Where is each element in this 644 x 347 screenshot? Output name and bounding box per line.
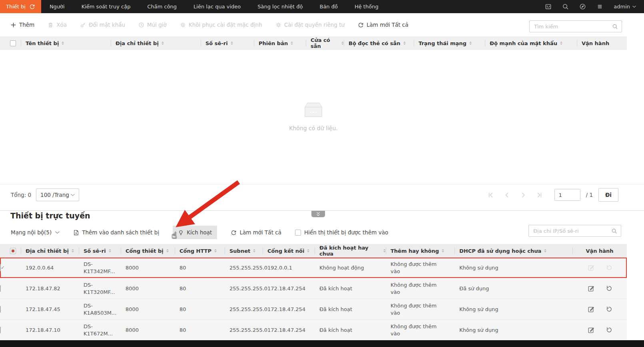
add-device-button[interactable]: Thêm [10,22,34,28]
table-row[interactable]: 192.0.0.64 DS-K1T342MF... 8000 80 255.25… [0,258,627,278]
nav-tab-devices[interactable]: Thiết bị [0,0,41,13]
network-filter-select[interactable]: Mạng nội bộ(5) [11,229,60,236]
device-search-input[interactable] [533,23,612,30]
refresh-all-button[interactable]: Làm mới Tất cả [358,22,409,28]
show-added-devices-toggle[interactable]: Hiển thị thiết bị được thêm vào [295,229,388,236]
cell-dhcp: Không sử dụng [455,264,572,272]
checkbox-indeterminate[interactable] [10,248,16,254]
cell-http: 80 [175,306,225,313]
row-operations [572,306,627,313]
column-header-door[interactable]: Cửa có sẵn [306,36,344,50]
checkbox[interactable] [10,40,16,46]
column-header-device-port[interactable]: Cổng thiết bị [121,244,175,258]
page-number-input[interactable] [554,189,580,201]
online-refresh-all-button[interactable]: Làm mới Tất cả [231,229,281,236]
nav-tab-map[interactable]: Bản đồ [311,0,346,13]
row-checkbox-cell[interactable] [0,264,21,272]
column-header-gateway[interactable]: Cổng kết nối [263,244,315,258]
checkbox[interactable] [0,285,1,292]
time-zone-button[interactable]: Múi giờ [138,22,167,28]
edit-icon[interactable] [588,264,594,271]
page-size-select[interactable]: 100 /Trang [36,188,79,201]
prev-page-icon[interactable] [504,192,510,198]
column-header-serial[interactable]: Số sê-ri [201,36,254,50]
last-page-icon[interactable] [536,192,542,198]
nav-tab-attendance[interactable]: Chấm công [139,0,185,13]
column-header-subnet[interactable]: Subnet [225,244,263,258]
column-header-added[interactable]: Thêm hay không [386,244,455,258]
add-to-device-list-button[interactable]: Thêm vào danh sách thiết bị [73,229,159,236]
column-header-device-address[interactable]: Địa chỉ thiết bị [111,36,201,50]
calendar-icon[interactable] [545,3,552,10]
sort-icon [544,249,546,252]
reset-icon[interactable] [605,264,612,271]
search-icon[interactable] [562,3,569,10]
row-checkbox-cell[interactable] [0,285,21,292]
select-all-checkbox[interactable] [0,36,21,50]
online-table-header: Địa chỉ thiết bị Số sê-ri Cổng thiết bị … [0,244,627,258]
column-header-operation: Vận hành [577,36,627,50]
user-menu[interactable]: admin [614,4,636,10]
online-search[interactable] [528,225,621,237]
add-to-list-icon [73,230,79,236]
reset-icon[interactable] [605,327,612,333]
menu-icon[interactable] [596,3,603,10]
sort-icon [109,249,111,252]
page-total-label: / 1 [586,192,593,198]
table-row[interactable]: 172.18.47.45 DS-K1A8503M... 8000 80 255.… [0,299,627,320]
cell-dhcp: Đã sử dụng [455,285,572,292]
privacy-settings-button[interactable]: Cài đặt quyền riêng tư [275,22,345,28]
change-password-button[interactable]: Đổi mật khẩu [80,22,125,28]
cell-serial: DS-K1A8503M... [79,302,121,317]
column-header-activated[interactable]: Đã kích hoạt hay chưa [315,244,386,258]
row-checkbox-cell[interactable] [0,306,21,313]
checkbox-checked[interactable] [0,264,1,271]
column-header-dhcp[interactable]: DHCP đã sử dụng hoặc chưa [455,244,572,258]
column-header-operation: Vận hành [572,244,627,258]
activate-button[interactable]: Kích hoạt [173,226,217,239]
checkbox[interactable] [295,230,301,236]
lightbulb-icon [178,230,184,236]
collapse-panel-button[interactable] [311,211,325,217]
cell-dhcp: Không sử dụng [455,327,572,334]
first-page-icon[interactable] [488,192,494,198]
search-icon[interactable] [611,228,617,234]
column-header-password-strength[interactable]: Độ mạnh của mật khẩu [485,36,577,50]
next-page-icon[interactable] [520,192,526,198]
column-header-card-reader[interactable]: Bộ đọc thẻ có sẵn [344,36,414,50]
nav-tab-video-intercom[interactable]: Liên lạc qua video [185,0,249,13]
refresh-icon [358,22,364,28]
column-header-http-port[interactable]: Cổng HTTP [175,244,225,258]
column-header-device-name[interactable]: Tên thiết bị [21,36,111,50]
column-header-network-status[interactable]: Trạng thái mạng [414,36,485,50]
restore-defaults-button[interactable]: Khôi phục cài đặt mặc định [180,22,262,28]
reset-icon[interactable] [605,306,612,313]
pagination-bar: Tổng: 0 100 /Trang / 1 Đi [0,184,644,205]
nav-tab-person[interactable]: Người [41,0,73,13]
checkbox[interactable] [0,306,1,313]
nav-tab-access-control[interactable]: Kiểm soát truy cập [73,0,139,13]
column-header-ip[interactable]: Địa chỉ thiết bị [21,244,79,258]
cell-http: 80 [175,285,225,292]
reset-icon[interactable] [605,285,612,292]
cell-ip: 192.0.0.64 [21,264,79,272]
device-search[interactable] [529,20,622,32]
online-search-input[interactable] [532,228,611,234]
select-all-checkbox[interactable] [0,244,21,258]
nav-tab-temperature[interactable]: Sàng lọc nhiệt độ [249,0,311,13]
edit-icon[interactable] [588,306,594,313]
table-row[interactable]: 172.18.47.82 DS-K1T320MF... 8000 80 255.… [0,278,627,299]
column-header-serial[interactable]: Số sê-ri [79,244,121,258]
nav-tab-system[interactable]: Hệ thống [346,0,387,13]
go-button[interactable]: Đi [598,188,618,202]
compass-icon[interactable] [579,3,586,10]
row-checkbox-cell[interactable] [0,327,21,334]
sort-icon [560,42,562,45]
search-icon[interactable] [612,24,618,30]
edit-icon[interactable] [588,327,594,333]
table-row[interactable]: 172.18.47.10 DS-K1T672M... 8000 80 255.2… [0,320,627,341]
edit-icon[interactable] [588,285,594,292]
delete-button[interactable]: Xóa [48,22,67,28]
column-header-version[interactable]: Phiên bản [254,36,306,50]
checkbox[interactable] [0,327,1,333]
